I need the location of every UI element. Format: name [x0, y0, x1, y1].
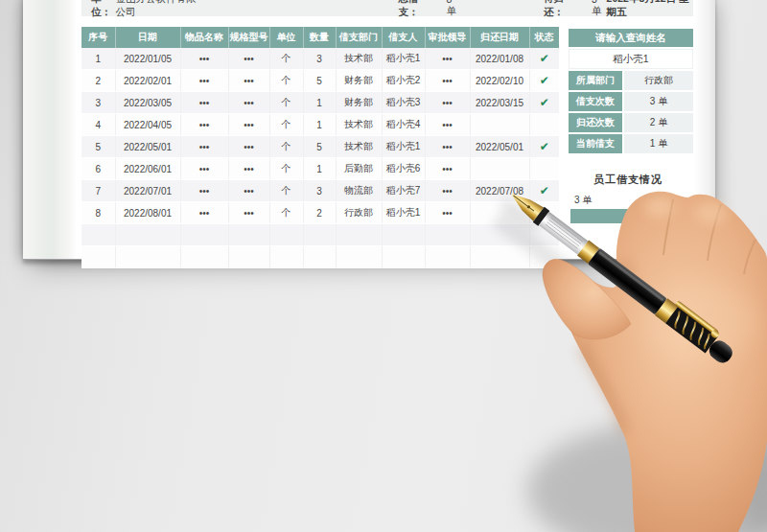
table-cell[interactable]: [115, 246, 180, 268]
table-cell[interactable]: •••: [425, 70, 470, 92]
table-cell[interactable]: 技术部: [336, 136, 382, 158]
table-cell[interactable]: [228, 246, 269, 268]
table-cell[interactable]: [529, 114, 559, 136]
table-cell[interactable]: 技术部: [336, 114, 382, 136]
table-cell[interactable]: 5: [303, 136, 336, 158]
table-cell[interactable]: [470, 246, 529, 268]
table-cell[interactable]: •••: [228, 158, 269, 180]
table-cell[interactable]: [303, 246, 336, 268]
table-cell[interactable]: 4: [81, 114, 115, 136]
table-cell[interactable]: •••: [228, 48, 269, 70]
table-cell[interactable]: 个: [269, 202, 303, 224]
table-cell[interactable]: 个: [269, 70, 303, 92]
table-cell[interactable]: •••: [425, 48, 470, 70]
table-cell[interactable]: [470, 202, 529, 224]
table-cell[interactable]: [269, 246, 303, 268]
table-cell[interactable]: 2022/04/05: [115, 114, 180, 136]
table-cell[interactable]: 2022/05/01: [470, 136, 529, 158]
table-cell[interactable]: •••: [180, 202, 228, 224]
table-cell[interactable]: 5: [81, 136, 115, 158]
table-cell[interactable]: 技术部: [336, 48, 382, 70]
table-cell[interactable]: 后勤部: [336, 158, 382, 180]
table-cell[interactable]: [529, 158, 559, 180]
table-cell[interactable]: 个: [269, 92, 303, 114]
table-cell[interactable]: [336, 246, 382, 268]
table-cell[interactable]: [336, 224, 382, 246]
table-cell[interactable]: •••: [180, 92, 228, 114]
table-cell[interactable]: [180, 224, 228, 246]
table-cell[interactable]: [425, 246, 470, 268]
table-cell[interactable]: 3: [81, 92, 115, 114]
table-cell[interactable]: •••: [180, 180, 228, 202]
table-cell[interactable]: 2022/06/01: [115, 158, 180, 180]
table-cell[interactable]: 8: [81, 202, 115, 224]
table-cell[interactable]: 2022/08/01: [115, 202, 180, 224]
table-cell[interactable]: 2022/07/01: [115, 180, 180, 202]
table-cell[interactable]: 1: [81, 48, 115, 70]
table-cell[interactable]: •••: [180, 48, 228, 70]
table-cell[interactable]: 财务部: [336, 92, 382, 114]
table-cell[interactable]: 2: [303, 202, 336, 224]
table-cell[interactable]: 7: [81, 180, 115, 202]
query-name-field[interactable]: 稻小壳1: [569, 49, 693, 69]
table-cell[interactable]: 个: [269, 158, 303, 180]
table-cell[interactable]: 3: [303, 48, 336, 70]
table-cell[interactable]: 个: [269, 114, 303, 136]
table-cell[interactable]: 2022/03/05: [115, 92, 180, 114]
table-cell[interactable]: ✔: [529, 48, 559, 70]
table-cell[interactable]: 2022/05/01: [115, 136, 180, 158]
table-cell[interactable]: 个: [269, 180, 303, 202]
table-cell[interactable]: [269, 224, 303, 246]
table-cell[interactable]: 5: [303, 70, 336, 92]
table-cell[interactable]: 1: [303, 92, 336, 114]
table-cell[interactable]: [425, 224, 470, 246]
table-cell[interactable]: •••: [228, 70, 269, 92]
table-cell[interactable]: [180, 246, 228, 268]
table-cell[interactable]: 6: [81, 158, 115, 180]
table-cell[interactable]: •••: [180, 70, 228, 92]
table-cell[interactable]: •••: [228, 202, 269, 224]
table-cell[interactable]: 1: [303, 114, 336, 136]
table-cell[interactable]: 个: [269, 136, 303, 158]
table-cell[interactable]: [529, 202, 559, 224]
table-cell[interactable]: 2022/07/08: [470, 180, 529, 202]
table-cell[interactable]: 稻小壳2: [382, 70, 425, 92]
table-cell[interactable]: •••: [425, 92, 470, 114]
table-cell[interactable]: •••: [228, 92, 269, 114]
table-cell[interactable]: 稻小壳6: [382, 158, 425, 180]
table-cell[interactable]: 行政部: [336, 202, 382, 224]
table-cell[interactable]: 2: [81, 70, 115, 92]
table-cell[interactable]: [81, 246, 115, 268]
table-cell[interactable]: 稻小壳3: [382, 92, 425, 114]
table-cell[interactable]: 个: [269, 48, 303, 70]
table-cell[interactable]: [382, 224, 425, 246]
table-cell[interactable]: •••: [228, 180, 269, 202]
table-cell[interactable]: [470, 114, 529, 136]
table-cell[interactable]: 1: [303, 158, 336, 180]
table-cell[interactable]: 财务部: [336, 70, 382, 92]
table-cell[interactable]: •••: [425, 136, 470, 158]
table-cell[interactable]: 稻小壳7: [382, 180, 425, 202]
table-cell[interactable]: 2022/02/10: [470, 70, 529, 92]
table-cell[interactable]: [228, 224, 269, 246]
table-cell[interactable]: 稻小壳1: [382, 48, 425, 70]
table-cell[interactable]: [529, 224, 559, 246]
table-cell[interactable]: [470, 224, 529, 246]
table-cell[interactable]: •••: [425, 202, 470, 224]
table-cell[interactable]: ✔: [529, 180, 559, 202]
table-cell[interactable]: •••: [228, 136, 269, 158]
table-cell[interactable]: •••: [425, 158, 470, 180]
table-cell[interactable]: •••: [228, 114, 269, 136]
table-cell[interactable]: •••: [425, 180, 470, 202]
table-cell[interactable]: •••: [425, 114, 470, 136]
table-cell[interactable]: •••: [180, 114, 228, 136]
table-cell[interactable]: [470, 158, 529, 180]
table-cell[interactable]: 物流部: [336, 180, 382, 202]
table-cell[interactable]: [115, 224, 180, 246]
table-cell[interactable]: [529, 246, 559, 268]
table-cell[interactable]: •••: [180, 158, 228, 180]
table-cell[interactable]: [81, 224, 115, 246]
table-cell[interactable]: ✔: [529, 70, 559, 92]
table-cell[interactable]: 稻小壳4: [382, 114, 425, 136]
table-cell[interactable]: 2022/01/05: [115, 48, 180, 70]
